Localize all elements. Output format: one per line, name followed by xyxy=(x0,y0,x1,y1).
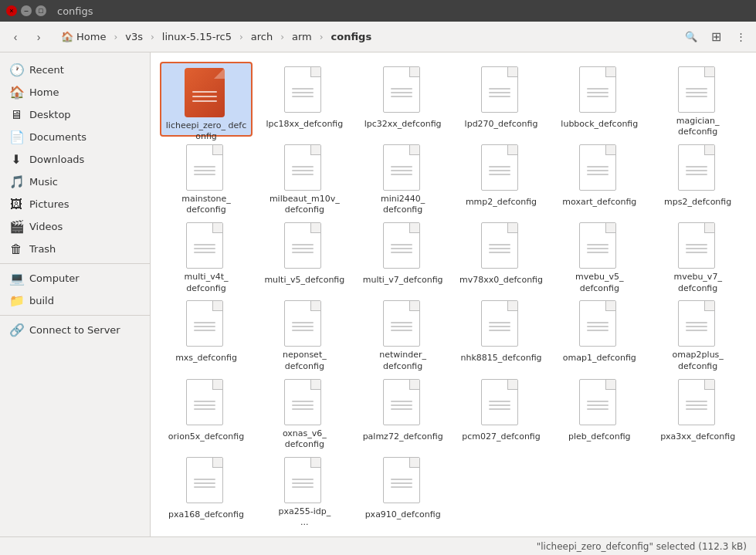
breadcrumb-linux[interactable]: linux-5.15-rc5 xyxy=(155,28,239,46)
breadcrumb-v3s[interactable]: v3s xyxy=(118,28,150,46)
sidebar-item-desktop[interactable]: 🖥 Desktop xyxy=(0,103,150,126)
file-item-mmp2[interactable]: mmp2_defconfig xyxy=(455,140,548,215)
sidebar-item-recent[interactable]: 🕐 Recent xyxy=(0,59,150,81)
sidebar-item-computer[interactable]: 💻 Computer xyxy=(0,267,150,289)
file-item-licheepi[interactable]: licheepi_zero_ defconfig xyxy=(160,62,253,137)
file-name-magician: magician_defconfig xyxy=(676,116,720,138)
file-item-palmz72[interactable]: palmz72_defconfig xyxy=(357,374,449,449)
breadcrumb-home[interactable]: 🏠 Home xyxy=(54,28,113,46)
sidebar-item-home[interactable]: 🏠 Home xyxy=(0,81,150,103)
search-button[interactable]: 🔍 xyxy=(680,26,702,48)
sidebar-item-build[interactable]: 📁 build xyxy=(0,289,150,312)
file-icon-magician xyxy=(678,66,718,113)
file-name-lpc32xx: lpc32xx_defconfig xyxy=(364,119,442,130)
file-item-netwinder[interactable]: netwinder_defconfig xyxy=(357,296,449,371)
file-item-multi_v7[interactable]: multi_v7_defconfig xyxy=(357,218,449,293)
file-icon-lpc18xx xyxy=(284,66,324,116)
file-icon-lubbock xyxy=(579,66,619,116)
file-icon-pcm027 xyxy=(481,379,521,428)
computer-icon: 💻 xyxy=(9,271,23,286)
file-item-pleb[interactable]: pleb_defconfig xyxy=(553,374,646,449)
file-item-lpc32xx[interactable]: lpc32xx_defconfig xyxy=(357,62,449,137)
file-icon-multi_v7 xyxy=(383,222,423,272)
file-item-orion5x[interactable]: orion5x_defconfig xyxy=(160,374,253,449)
sidebar-item-videos[interactable]: 🎬 Videos xyxy=(0,215,150,238)
file-item-pxa255[interactable]: pxa255-idp_... xyxy=(258,452,351,527)
titlebar: × – □ configs xyxy=(0,0,756,22)
file-icon-omap2plus xyxy=(678,300,718,347)
breadcrumb-linux-label: linux-5.15-rc5 xyxy=(162,31,232,42)
breadcrumb-arch[interactable]: arch xyxy=(244,28,280,46)
file-name-palmz72: palmz72_defconfig xyxy=(363,431,443,442)
file-name-multi_v7: multi_v7_defconfig xyxy=(363,275,443,286)
file-name-mmp2: mmp2_defconfig xyxy=(466,197,537,208)
sidebar-label-documents: Documents xyxy=(29,131,86,143)
breadcrumb-arch-label: arch xyxy=(251,31,273,42)
close-button[interactable]: × xyxy=(6,5,17,16)
file-item-milbeaut[interactable]: milbeaut_m10v_defconfig xyxy=(258,140,351,215)
file-item-mvebu_v7[interactable]: mvebu_v7_defconfig xyxy=(652,218,744,293)
sidebar-item-trash[interactable]: 🗑 Trash xyxy=(0,238,150,260)
desktop-icon: 🖥 xyxy=(9,107,23,122)
sidebar-label-computer: Computer xyxy=(29,272,80,284)
breadcrumb-home-label: Home xyxy=(76,31,106,42)
file-item-multi_v4t[interactable]: multi_v4t_defconfig xyxy=(160,218,253,293)
file-item-omap1[interactable]: omap1_defconfig xyxy=(553,296,646,371)
sidebar-item-connect[interactable]: 🔗 Connect to Server xyxy=(0,319,150,341)
sidebar-label-music: Music xyxy=(29,176,58,188)
sidebar-item-documents[interactable]: 📄 Documents xyxy=(0,126,150,148)
toolbar: ‹ › 🏠 Home › v3s › linux-5.15-rc5 › arch… xyxy=(0,22,756,52)
file-name-pxa910: pxa910_defconfig xyxy=(365,509,441,520)
file-item-nhk8815[interactable]: nhk8815_defconfig xyxy=(455,296,548,371)
sidebar-item-downloads[interactable]: ⬇ Downloads xyxy=(0,148,150,171)
file-icon-milbeaut xyxy=(284,144,324,191)
file-icon-mvebu_v7 xyxy=(678,222,718,269)
file-name-pleb: pleb_defconfig xyxy=(568,431,631,442)
file-item-magician[interactable]: magician_defconfig xyxy=(652,62,744,137)
status-text: "licheepi_zero_defconfig" selected (112.… xyxy=(537,541,747,552)
documents-icon: 📄 xyxy=(9,130,23,144)
sidebar-item-pictures[interactable]: 🖼 Pictures xyxy=(0,193,150,215)
file-icon-mv78xx0 xyxy=(481,222,521,272)
file-item-pxa910[interactable]: pxa910_defconfig xyxy=(357,452,449,527)
minimize-button[interactable]: – xyxy=(21,5,32,16)
file-name-neponset: neponset_defconfig xyxy=(283,350,327,372)
file-item-oxnas_v6[interactable]: oxnas_v6_defconfig xyxy=(258,374,351,449)
file-name-mainstone: mainstone_defconfig xyxy=(181,194,231,216)
file-item-mxs[interactable]: mxs_defconfig xyxy=(160,296,253,371)
file-item-lpd270[interactable]: lpd270_defconfig xyxy=(455,62,548,137)
file-item-pxa3xx[interactable]: pxa3xx_defconfig xyxy=(652,374,744,449)
file-item-mini2440[interactable]: mini2440_defconfig xyxy=(357,140,449,215)
file-name-mvebu_v5: mvebu_v5_defconfig xyxy=(575,272,623,294)
file-item-mvebu_v5[interactable]: mvebu_v5_defconfig xyxy=(553,218,646,293)
search-icon: 🔍 xyxy=(685,31,697,42)
file-item-omap2plus[interactable]: omap2plus_defconfig xyxy=(652,296,744,371)
sidebar-item-music[interactable]: 🎵 Music xyxy=(0,171,150,193)
file-item-lpc18xx[interactable]: lpc18xx_defconfig xyxy=(258,62,351,137)
file-icon-mini2440 xyxy=(383,144,423,191)
file-icon-mmp2 xyxy=(481,144,521,194)
main-area: 🕐 Recent 🏠 Home 🖥 Desktop 📄 Documents ⬇ … xyxy=(0,52,756,536)
forward-button[interactable]: › xyxy=(28,26,49,48)
breadcrumb-arm[interactable]: arm xyxy=(285,28,319,46)
file-item-moxart[interactable]: moxart_defconfig xyxy=(553,140,646,215)
file-item-mv78xx0[interactable]: mv78xx0_defconfig xyxy=(455,218,548,293)
file-item-pcm027[interactable]: pcm027_defconfig xyxy=(455,374,548,449)
sidebar: 🕐 Recent 🏠 Home 🖥 Desktop 📄 Documents ⬇ … xyxy=(0,52,151,536)
maximize-button[interactable]: □ xyxy=(36,5,46,16)
grid-view-button[interactable]: ⊞ xyxy=(705,26,727,48)
file-name-omap2plus: omap2plus_defconfig xyxy=(672,350,723,372)
menu-button[interactable]: ⋮ xyxy=(730,26,751,48)
file-item-pxa168[interactable]: pxa168_defconfig xyxy=(160,452,253,527)
file-icon-mps2 xyxy=(678,144,718,194)
file-item-neponset[interactable]: neponset_defconfig xyxy=(258,296,351,371)
breadcrumb-configs[interactable]: configs xyxy=(324,28,379,46)
file-icon-orion5x xyxy=(186,379,226,428)
file-item-multi_v5[interactable]: multi_v5_defconfig xyxy=(258,218,351,293)
file-item-mps2[interactable]: mps2_defconfig xyxy=(652,140,744,215)
back-button[interactable]: ‹ xyxy=(5,26,26,48)
file-item-mainstone[interactable]: mainstone_defconfig xyxy=(160,140,253,215)
file-name-nhk8815: nhk8815_defconfig xyxy=(460,353,541,364)
file-icon-lpd270 xyxy=(481,66,521,116)
file-item-lubbock[interactable]: lubbock_defconfig xyxy=(553,62,646,137)
